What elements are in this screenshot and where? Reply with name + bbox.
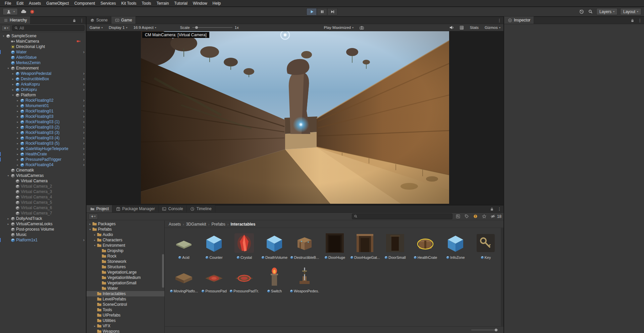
asset-crystal[interactable]: Crystal (229, 231, 259, 259)
menu-tools[interactable]: Tools (139, 0, 154, 6)
hierarchy-item-monument01[interactable]: ▸Monument01› (0, 103, 86, 108)
expand-triangle[interactable]: ▸ (11, 83, 15, 86)
hierarchy-item-platform[interactable]: ▾Platform (0, 92, 86, 98)
slider-knob[interactable] (495, 329, 497, 331)
menu-file[interactable]: File (2, 0, 14, 6)
play-button[interactable] (307, 8, 317, 15)
hierarchy-item-onkopru[interactable]: ▸OnKopru› (0, 87, 86, 92)
play-maximized-dropdown[interactable]: Play Maximized▾ (323, 26, 355, 30)
hierarchy-item-rockfloating04[interactable]: ▸RockFloating04› (0, 162, 86, 168)
hierarchy-item-rockfloating03-4[interactable]: ▸RockFloating03 (4)› (0, 135, 86, 141)
tab-project[interactable]: Project (87, 205, 112, 212)
lock-icon[interactable] (71, 17, 77, 23)
layers-dropdown[interactable]: Layers▾ (596, 8, 618, 15)
lock-icon[interactable] (489, 206, 495, 212)
asset-weaponpedes[interactable]: WeaponPedes... (289, 265, 320, 293)
expand-triangle[interactable]: ▸ (15, 158, 20, 161)
hierarchy-item-healthcrate[interactable]: ▸HealthCrate› (0, 151, 86, 157)
layout-dropdown[interactable]: Layout▾ (620, 8, 641, 15)
prefab-arrow-icon[interactable]: › (83, 88, 85, 91)
hierarchy-item-virtualcameras[interactable]: ▾VirtualCameras (0, 173, 86, 178)
expand-triangle[interactable]: ▸ (15, 121, 20, 124)
asset-infozone[interactable]: InfoZone (440, 231, 471, 259)
slider-knob[interactable] (195, 26, 198, 29)
expand-triangle[interactable]: ▸ (88, 223, 92, 226)
hierarchy-item-rockfloating03-2[interactable]: ▸RockFloating03 (2)› (0, 125, 86, 130)
asset-counter[interactable]: Counter (199, 231, 229, 259)
project-search-input[interactable] (359, 214, 450, 219)
menu-terrain[interactable]: Terrain (154, 0, 172, 6)
expand-triangle[interactable]: ▸ (15, 131, 20, 134)
breadcrumb-interactables[interactable]: Interactables (230, 222, 256, 227)
hierarchy-item-arkakopru[interactable]: ▸ArkaKopru› (0, 82, 86, 87)
folder-levelprefabs[interactable]: LevelPrefabs (87, 296, 164, 302)
grid-scrollbar[interactable] (501, 228, 503, 326)
tab-timeline[interactable]: Timeline (187, 205, 215, 212)
expand-triangle[interactable]: ▾ (6, 174, 10, 177)
prefab-arrow-icon[interactable]: › (83, 72, 85, 75)
hierarchy-item-post-process-volume[interactable]: Post-process Volume (0, 227, 86, 232)
folder-uiprefabs[interactable]: UIPrefabs (87, 313, 164, 318)
hierarchy-search[interactable]: All (12, 25, 85, 31)
asset-deathvolume[interactable]: DeathVolume (259, 231, 289, 259)
hierarchy-item-alienstatue[interactable]: AlienStatue (0, 55, 86, 60)
aspect-dropdown[interactable]: 16:9 Aspect▾ (132, 26, 157, 30)
hierarchy-item-rockfloating03-5[interactable]: ▸RockFloating03 (5)› (0, 141, 86, 146)
kebab-menu-icon[interactable]: ⋮ (79, 18, 85, 23)
hierarchy-item-cinematik[interactable]: Cinematik (0, 168, 86, 173)
hierarchy-item-virtual-camera-5[interactable]: Virtual Camera_5 (0, 200, 86, 205)
hierarchy-item-virtualcameralooks[interactable]: ▸VirtualCameraLooks (0, 221, 86, 227)
hierarchy-item-dollyandtrack[interactable]: ▸DollyAndTrack (0, 216, 86, 221)
hierarchy-item-directional-light[interactable]: Directional Light (0, 44, 86, 49)
folder-vegetationsmall[interactable]: VegetationSmall (87, 280, 164, 286)
tree-scrollbar[interactable] (162, 254, 164, 288)
expand-triangle[interactable]: ▸ (15, 104, 20, 107)
prefab-arrow-icon[interactable]: › (83, 50, 85, 54)
breadcrumb-assets[interactable]: Assets (168, 222, 181, 227)
prefab-arrow-icon[interactable]: › (83, 109, 85, 113)
kebab-menu-icon[interactable]: ⋮ (497, 207, 502, 211)
favorite-star-icon[interactable] (481, 213, 487, 220)
asset-pressurepad[interactable]: PressurePad (199, 265, 229, 293)
create-asset-button[interactable]: +▾ (89, 213, 98, 220)
hierarchy-item-rockfloating03-1[interactable]: ▸RockFloating03 (1)› (0, 119, 86, 125)
asset-destructibleb[interactable]: DestructibleB... (289, 231, 320, 259)
scale-slider[interactable] (192, 26, 232, 30)
prefab-arrow-icon[interactable]: › (83, 136, 85, 140)
prefab-arrow-icon[interactable]: › (83, 142, 85, 145)
tab-hierarchy[interactable]: Hierarchy (0, 16, 31, 24)
folder-scenecontrol[interactable]: SceneControl (87, 302, 164, 307)
hierarchy-item-rockfloating02[interactable]: ▸RockFloating02› (0, 98, 86, 103)
tab-inspector[interactable]: Inspector (504, 16, 534, 24)
hierarchy-item-weaponpedestal[interactable]: ▸WeaponPedestal› (0, 71, 86, 76)
folder-packages[interactable]: ▸Packages (87, 221, 164, 227)
prefab-arrow-icon[interactable]: › (83, 131, 85, 134)
tab-console[interactable]: Console (159, 205, 187, 212)
folder-prefabs[interactable]: ▾Prefabs (87, 227, 164, 232)
hierarchy-item-virtual-camera-2[interactable]: Virtual Camera_2 (0, 184, 86, 189)
search-icon[interactable] (588, 9, 594, 15)
expand-triangle[interactable]: ▾ (11, 94, 15, 97)
tab-game[interactable]: Game (111, 16, 136, 24)
warning-icon[interactable] (473, 213, 479, 220)
hierarchy-item-music[interactable]: Music (0, 232, 86, 237)
hierarchy-item-destructiblebox[interactable]: ▸DestructibleBox› (0, 76, 86, 82)
hierarchy-item-virtual-camera-4[interactable]: Virtual Camera_4 (0, 194, 86, 200)
expand-triangle[interactable]: ▸ (93, 325, 97, 328)
prefab-arrow-icon[interactable]: › (83, 163, 85, 166)
expand-triangle[interactable]: ▾ (88, 228, 92, 231)
menu-window[interactable]: Window (190, 0, 210, 6)
menu-help[interactable]: Help (210, 0, 224, 6)
expand-triangle[interactable]: ▸ (15, 115, 20, 118)
hierarchy-item-virtual-camera-7[interactable]: Virtual Camera_7 (0, 210, 86, 216)
folder-dropship[interactable]: Dropship (87, 248, 164, 253)
expand-triangle[interactable]: ▸ (6, 217, 10, 220)
display-mode-dropdown[interactable]: Game▾ (89, 26, 104, 30)
lock-icon[interactable] (629, 17, 635, 23)
prefab-arrow-icon[interactable]: › (83, 152, 85, 156)
prefab-arrow-icon[interactable]: › (83, 83, 85, 86)
asset-healthcrate[interactable]: HealthCrate (410, 231, 440, 259)
pause-button[interactable] (317, 8, 327, 15)
folder-vfx[interactable]: ▸VFX (87, 323, 164, 329)
hierarchy-item-rockfloating01[interactable]: ▸RockFloating01› (0, 108, 86, 114)
